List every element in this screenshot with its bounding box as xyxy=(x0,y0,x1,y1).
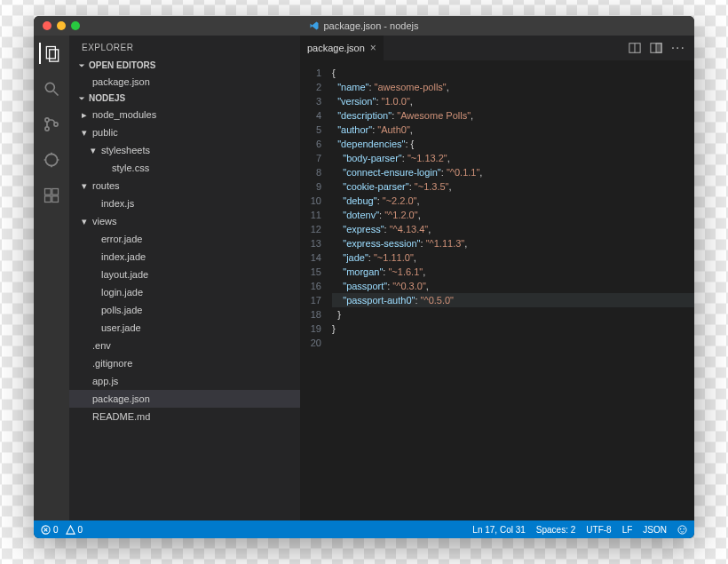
chevron-down-icon xyxy=(78,95,85,102)
tree-file[interactable]: app.js xyxy=(69,372,300,390)
editor-group: package.json × ··· 123456789101112131415… xyxy=(300,36,694,520)
search-activity[interactable] xyxy=(41,78,62,99)
chevron-down-icon xyxy=(78,62,85,69)
svg-rect-15 xyxy=(52,196,59,203)
extensions-activity[interactable] xyxy=(41,185,62,206)
code-line[interactable]: "cookie-parser": "~1.3.5", xyxy=(332,179,694,194)
status-bar: 0 0 Ln 17, Col 31 Spaces: 2 UTF-8 LF JSO… xyxy=(34,520,694,538)
window-title: package.json - nodejs xyxy=(323,20,418,31)
code-line[interactable]: "passport-auth0": "^0.5.0" xyxy=(332,293,694,307)
code-line[interactable]: "body-parser": "~1.13.2", xyxy=(332,151,694,165)
code-line[interactable]: "debug": "~2.2.0", xyxy=(332,194,694,208)
code-line[interactable]: "express": "^4.13.4", xyxy=(332,222,694,236)
code-line[interactable]: "description": "Awesome Polls", xyxy=(332,108,694,123)
tab-package-json[interactable]: package.json × xyxy=(300,36,384,60)
status-language[interactable]: JSON xyxy=(643,525,667,535)
status-eol[interactable]: LF xyxy=(622,525,633,535)
tree-file[interactable]: README.md xyxy=(69,408,300,425)
code-line[interactable]: "name": "awesome-polls", xyxy=(332,80,694,94)
tree-file[interactable]: .env xyxy=(69,337,300,354)
code-line[interactable]: "version": "1.0.0", xyxy=(332,94,694,108)
svg-point-2 xyxy=(45,83,54,91)
svg-line-3 xyxy=(54,91,59,96)
chevron-right-icon: ▸ xyxy=(82,107,89,122)
open-editors-section[interactable]: OPEN EDITORS xyxy=(69,58,300,73)
debug-activity[interactable] xyxy=(41,149,62,171)
svg-point-25 xyxy=(684,528,684,529)
tree-file[interactable]: index.jade xyxy=(69,248,300,266)
code-editor[interactable]: 1234567891011121314151617181920 { "name"… xyxy=(300,60,694,520)
svg-rect-19 xyxy=(656,44,661,53)
activity-bar xyxy=(34,36,69,520)
code-line[interactable]: "jade": "~1.11.0", xyxy=(332,250,694,265)
tree-folder[interactable]: ▸node_modules xyxy=(69,106,300,123)
tab-bar: package.json × ··· xyxy=(300,36,694,60)
tree-file[interactable]: layout.jade xyxy=(69,266,300,283)
svg-rect-12 xyxy=(45,189,51,195)
svg-point-24 xyxy=(680,528,681,529)
split-editor-icon[interactable] xyxy=(650,42,662,54)
sidebar: EXPLORER OPEN EDITORS package.json NODEJ… xyxy=(69,36,300,520)
close-window-button[interactable] xyxy=(43,21,51,30)
more-actions-icon[interactable]: ··· xyxy=(671,40,685,56)
code-line[interactable]: "dependencies": { xyxy=(332,137,694,151)
sidebar-title: EXPLORER xyxy=(69,36,300,58)
zoom-window-button[interactable] xyxy=(71,21,80,30)
tree-folder[interactable]: ▾views xyxy=(69,212,300,230)
tree-file[interactable]: login.jade xyxy=(69,283,300,301)
chevron-down-icon: ▾ xyxy=(82,179,89,193)
line-gutter: 1234567891011121314151617181920 xyxy=(300,60,328,520)
svg-rect-14 xyxy=(45,196,51,203)
chevron-down-icon: ▾ xyxy=(91,143,98,157)
svg-point-23 xyxy=(678,525,686,533)
tree-file[interactable]: error.jade xyxy=(69,230,300,248)
code-line[interactable]: "connect-ensure-login": "^0.1.1", xyxy=(332,165,694,179)
tree-folder[interactable]: ▾public xyxy=(69,123,300,141)
svg-point-5 xyxy=(45,127,49,131)
status-cursor[interactable]: Ln 17, Col 31 xyxy=(472,525,526,535)
svg-rect-0 xyxy=(46,47,55,59)
code-line[interactable]: } xyxy=(332,322,694,336)
tree-folder[interactable]: ▾routes xyxy=(69,177,300,195)
split-right-preview-icon[interactable] xyxy=(629,42,641,54)
tree-file[interactable]: package.json xyxy=(69,390,300,408)
close-tab-icon[interactable]: × xyxy=(370,42,376,54)
code-line[interactable]: "author": "Auth0", xyxy=(332,123,694,137)
tree-file[interactable]: index.js xyxy=(69,195,300,212)
project-section[interactable]: NODEJS xyxy=(69,91,300,106)
minimize-window-button[interactable] xyxy=(57,21,66,30)
open-editor-item[interactable]: package.json xyxy=(69,73,300,91)
chevron-down-icon: ▾ xyxy=(82,214,89,228)
svg-point-7 xyxy=(45,154,57,165)
code-lines[interactable]: { "name": "awesome-polls", "version": "1… xyxy=(328,60,694,520)
status-warnings[interactable]: 0 xyxy=(66,525,83,535)
svg-point-6 xyxy=(54,123,58,126)
code-line[interactable]: } xyxy=(332,307,694,322)
code-line[interactable] xyxy=(332,336,694,350)
main-area: EXPLORER OPEN EDITORS package.json NODEJ… xyxy=(34,36,694,520)
svg-point-4 xyxy=(45,118,49,122)
status-encoding[interactable]: UTF-8 xyxy=(586,525,611,535)
status-indent[interactable]: Spaces: 2 xyxy=(536,525,575,535)
tree-file[interactable]: user.jade xyxy=(69,319,300,337)
code-line[interactable]: "morgan": "~1.6.1", xyxy=(332,265,694,279)
tree-file[interactable]: style.css xyxy=(69,159,300,177)
traffic-lights xyxy=(34,21,80,30)
status-errors[interactable]: 0 xyxy=(41,525,59,535)
source-control-activity[interactable] xyxy=(41,114,62,135)
explorer-activity[interactable] xyxy=(39,43,62,64)
tree-file[interactable]: polls.jade xyxy=(69,301,300,319)
titlebar: package.json - nodejs xyxy=(34,16,694,36)
chevron-down-icon: ▾ xyxy=(82,125,89,139)
svg-rect-1 xyxy=(50,50,59,61)
vscode-icon xyxy=(309,20,320,31)
code-line[interactable]: { xyxy=(332,66,694,80)
code-line[interactable]: "express-session": "^1.11.3", xyxy=(332,236,694,250)
smiley-feedback-icon[interactable] xyxy=(677,525,687,535)
tree-folder[interactable]: ▾stylesheets xyxy=(69,141,300,159)
tree-file[interactable]: .gitignore xyxy=(69,354,300,372)
code-line[interactable]: "dotenv": "^1.2.0", xyxy=(332,208,694,222)
code-line[interactable]: "passport": "^0.3.0", xyxy=(332,279,694,293)
tab-label: package.json xyxy=(307,43,365,53)
svg-rect-13 xyxy=(52,189,59,195)
